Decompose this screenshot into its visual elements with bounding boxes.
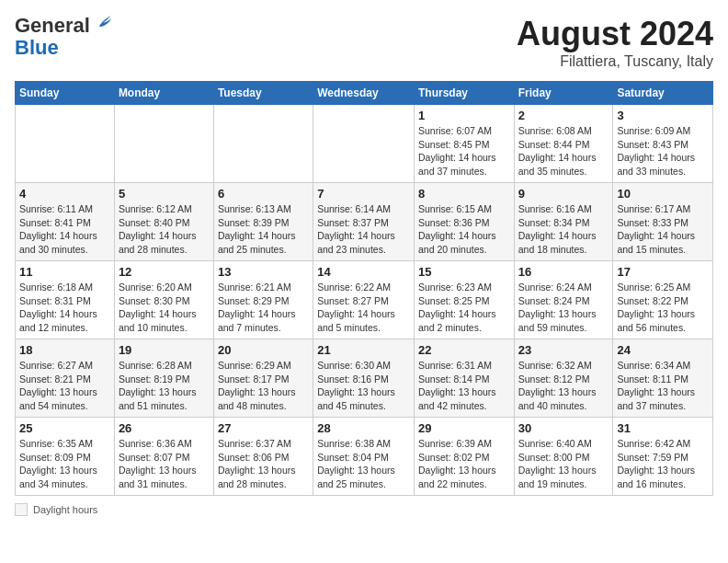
calendar-cell: 30Sunrise: 6:40 AM Sunset: 8:00 PM Dayli… [514,418,613,496]
day-info: Sunrise: 6:18 AM Sunset: 8:31 PM Dayligh… [19,281,110,335]
day-number: 28 [317,421,410,435]
day-info: Sunrise: 6:11 AM Sunset: 8:41 PM Dayligh… [19,202,110,257]
day-number: 6 [218,187,309,201]
logo-blue-text: Blue [15,37,59,59]
day-number: 10 [617,187,709,201]
day-number: 9 [518,187,609,201]
footer-legend: Daylight hours [15,503,97,516]
day-number: 31 [617,421,709,435]
weekday-header-thursday: Thursday [414,82,514,105]
calendar-cell: 8Sunrise: 6:15 AM Sunset: 8:36 PM Daylig… [414,183,514,261]
day-number: 26 [119,421,210,435]
calendar-cell: 15Sunrise: 6:23 AM Sunset: 8:25 PM Dayli… [414,261,514,339]
day-number: 1 [418,109,510,122]
calendar-cell: 12Sunrise: 6:20 AM Sunset: 8:30 PM Dayli… [114,261,213,339]
title-block: August 2024 Filattiera, Tuscany, Italy [517,15,713,70]
day-info: Sunrise: 6:07 AM Sunset: 8:45 PM Dayligh… [418,124,510,178]
day-info: Sunrise: 6:38 AM Sunset: 8:04 PM Dayligh… [317,437,410,491]
calendar-cell: 10Sunrise: 6:17 AM Sunset: 8:33 PM Dayli… [613,183,713,261]
day-number: 29 [418,421,510,435]
day-info: Sunrise: 6:31 AM Sunset: 8:14 PM Dayligh… [418,359,510,413]
calendar-cell: 18Sunrise: 6:27 AM Sunset: 8:21 PM Dayli… [16,339,115,418]
calendar-cell: 5Sunrise: 6:12 AM Sunset: 8:40 PM Daylig… [114,183,213,261]
day-info: Sunrise: 6:14 AM Sunset: 8:37 PM Dayligh… [317,202,410,257]
calendar-cell [213,105,313,183]
day-info: Sunrise: 6:15 AM Sunset: 8:36 PM Dayligh… [418,202,510,257]
logo: General Blue [15,15,112,59]
day-number: 13 [218,265,309,279]
calendar-cell: 31Sunrise: 6:42 AM Sunset: 7:59 PM Dayli… [613,418,713,496]
month-title: August 2024 [517,15,713,53]
day-info: Sunrise: 6:13 AM Sunset: 8:39 PM Dayligh… [218,202,309,257]
week-row-1: 4Sunrise: 6:11 AM Sunset: 8:41 PM Daylig… [16,183,713,261]
day-number: 7 [317,187,410,201]
day-info: Sunrise: 6:35 AM Sunset: 8:09 PM Dayligh… [19,437,110,491]
day-info: Sunrise: 6:24 AM Sunset: 8:24 PM Dayligh… [518,281,609,335]
week-row-3: 18Sunrise: 6:27 AM Sunset: 8:21 PM Dayli… [16,339,713,418]
day-info: Sunrise: 6:08 AM Sunset: 8:44 PM Dayligh… [518,124,609,178]
week-row-4: 25Sunrise: 6:35 AM Sunset: 8:09 PM Dayli… [16,418,713,496]
day-info: Sunrise: 6:09 AM Sunset: 8:43 PM Dayligh… [617,124,709,178]
day-info: Sunrise: 6:20 AM Sunset: 8:30 PM Dayligh… [119,281,210,335]
day-number: 23 [518,343,609,357]
calendar-cell: 24Sunrise: 6:34 AM Sunset: 8:11 PM Dayli… [613,339,713,418]
calendar-table: SundayMondayTuesdayWednesdayThursdayFrid… [15,81,713,496]
week-row-0: 1Sunrise: 6:07 AM Sunset: 8:45 PM Daylig… [16,105,713,183]
calendar-cell: 23Sunrise: 6:32 AM Sunset: 8:12 PM Dayli… [514,339,613,418]
calendar-cell: 3Sunrise: 6:09 AM Sunset: 8:43 PM Daylig… [613,105,713,183]
calendar-cell: 9Sunrise: 6:16 AM Sunset: 8:34 PM Daylig… [514,183,613,261]
logo-general-text: General [15,15,90,37]
day-number: 17 [617,265,709,279]
weekday-header-saturday: Saturday [613,82,713,105]
calendar-cell: 4Sunrise: 6:11 AM Sunset: 8:41 PM Daylig… [16,183,115,261]
day-info: Sunrise: 6:21 AM Sunset: 8:29 PM Dayligh… [218,281,309,335]
weekday-header-row: SundayMondayTuesdayWednesdayThursdayFrid… [16,82,713,105]
calendar-cell: 28Sunrise: 6:38 AM Sunset: 8:04 PM Dayli… [313,418,415,496]
page: General Blue August 2024 Filattiera, Tus… [0,0,728,563]
day-info: Sunrise: 6:28 AM Sunset: 8:19 PM Dayligh… [119,359,210,413]
weekday-header-friday: Friday [514,82,613,105]
calendar-cell [313,105,415,183]
day-info: Sunrise: 6:16 AM Sunset: 8:34 PM Dayligh… [518,202,609,257]
calendar-cell: 21Sunrise: 6:30 AM Sunset: 8:16 PM Dayli… [313,339,415,418]
day-number: 5 [119,187,210,201]
day-number: 12 [119,265,210,279]
day-info: Sunrise: 6:40 AM Sunset: 8:00 PM Dayligh… [518,437,609,491]
day-number: 4 [19,187,110,201]
day-number: 21 [317,343,410,357]
day-info: Sunrise: 6:37 AM Sunset: 8:06 PM Dayligh… [218,437,309,491]
weekday-header-sunday: Sunday [16,82,115,105]
day-info: Sunrise: 6:22 AM Sunset: 8:27 PM Dayligh… [317,281,410,335]
day-number: 11 [19,265,110,279]
calendar-cell: 1Sunrise: 6:07 AM Sunset: 8:45 PM Daylig… [414,105,514,183]
calendar-cell: 22Sunrise: 6:31 AM Sunset: 8:14 PM Dayli… [414,339,514,418]
calendar-cell: 29Sunrise: 6:39 AM Sunset: 8:02 PM Dayli… [414,418,514,496]
day-number: 20 [218,343,309,357]
day-info: Sunrise: 6:42 AM Sunset: 7:59 PM Dayligh… [617,437,709,491]
day-info: Sunrise: 6:39 AM Sunset: 8:02 PM Dayligh… [418,437,510,491]
header: General Blue August 2024 Filattiera, Tus… [15,15,713,70]
day-number: 18 [19,343,110,357]
day-number: 30 [518,421,609,435]
day-info: Sunrise: 6:25 AM Sunset: 8:22 PM Dayligh… [617,281,709,335]
logo-bird-icon [92,14,112,34]
week-row-2: 11Sunrise: 6:18 AM Sunset: 8:31 PM Dayli… [16,261,713,339]
weekday-header-tuesday: Tuesday [213,82,313,105]
day-info: Sunrise: 6:29 AM Sunset: 8:17 PM Dayligh… [218,359,309,413]
day-number: 19 [119,343,210,357]
day-number: 3 [617,109,709,122]
weekday-header-wednesday: Wednesday [313,82,415,105]
calendar-cell: 27Sunrise: 6:37 AM Sunset: 8:06 PM Dayli… [213,418,313,496]
day-info: Sunrise: 6:12 AM Sunset: 8:40 PM Dayligh… [119,202,210,257]
day-info: Sunrise: 6:30 AM Sunset: 8:16 PM Dayligh… [317,359,410,413]
calendar-cell: 6Sunrise: 6:13 AM Sunset: 8:39 PM Daylig… [213,183,313,261]
day-number: 24 [617,343,709,357]
day-number: 8 [418,187,510,201]
weekday-header-monday: Monday [114,82,213,105]
day-info: Sunrise: 6:32 AM Sunset: 8:12 PM Dayligh… [518,359,609,413]
calendar-cell: 11Sunrise: 6:18 AM Sunset: 8:31 PM Dayli… [16,261,115,339]
legend-box [15,503,28,516]
location: Filattiera, Tuscany, Italy [517,53,713,70]
calendar-cell: 25Sunrise: 6:35 AM Sunset: 8:09 PM Dayli… [16,418,115,496]
day-number: 22 [418,343,510,357]
